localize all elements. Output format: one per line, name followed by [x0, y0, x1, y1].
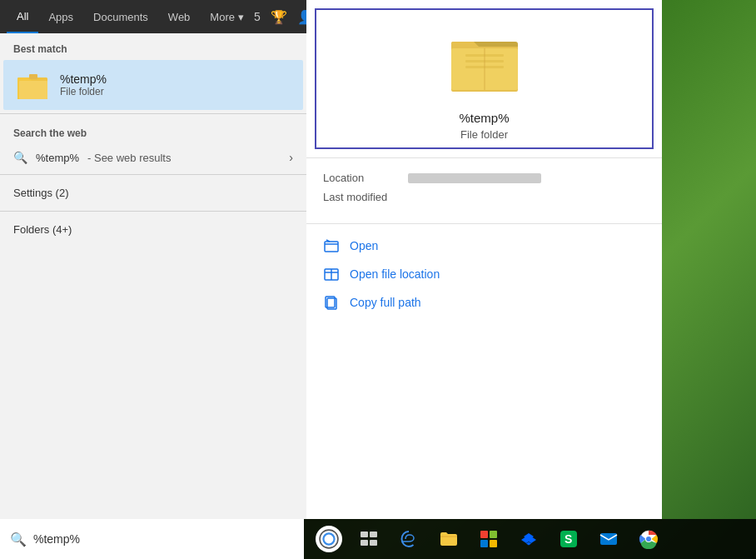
divider-2 [0, 174, 306, 175]
taskbar-search[interactable]: 🔍 [0, 519, 304, 559]
detail-info: Location Last modified [306, 158, 662, 224]
cortana-button[interactable] [311, 519, 347, 559]
best-match-item[interactable]: %temp% File folder [3, 60, 303, 110]
best-match-text: %temp% File folder [60, 72, 107, 97]
search-results-panel: All Apps Documents Web More ▾ 5 🏆 👤 ··· [0, 0, 306, 519]
folder-icon-large [447, 25, 522, 101]
tab-web[interactable]: Web [158, 0, 201, 33]
tab-more[interactable]: More ▾ [200, 0, 254, 33]
best-match-subtitle: File folder [60, 86, 107, 97]
edge-button[interactable] [390, 519, 427, 559]
chevron-down-icon: ▾ [238, 11, 244, 23]
detail-pane: %temp% File folder Location Last modifie… [306, 0, 662, 519]
copy-path-label: Copy full path [350, 296, 421, 309]
taskbar: 🔍 [0, 519, 756, 559]
open-icon [323, 237, 340, 254]
store-button[interactable] [470, 519, 507, 559]
svg-rect-22 [490, 531, 497, 538]
svg-rect-23 [480, 540, 488, 547]
copy-path-action[interactable]: Copy full path [323, 294, 645, 311]
settings-section: Settings (2) [0, 178, 306, 207]
search-tabs: All Apps Documents Web More ▾ 5 🏆 👤 ··· [0, 0, 306, 33]
last-modified-row: Last modified [323, 191, 645, 203]
taskbar-icons: S [311, 519, 667, 559]
mail-button[interactable] [590, 519, 627, 559]
open-label: Open [350, 239, 378, 252]
search-web-icon: 🔍 [13, 151, 27, 164]
web-search-left: 🔍 %temp% - See web results [13, 151, 171, 164]
web-search-item[interactable]: 🔍 %temp% - See web results › [0, 144, 306, 171]
divider-1 [0, 113, 306, 114]
dropbox-button[interactable] [510, 519, 547, 559]
folder-icon-small [17, 68, 50, 102]
copy-icon [323, 294, 340, 311]
svg-rect-19 [361, 540, 368, 546]
folders-section: Folders (4+) [0, 215, 306, 244]
cortana-icon [316, 526, 342, 552]
svg-rect-24 [490, 540, 497, 547]
count-badge: 5 [254, 10, 261, 23]
divider-3 [0, 211, 306, 212]
tab-apps[interactable]: Apps [38, 0, 83, 33]
start-panel: All Apps Documents Web More ▾ 5 🏆 👤 ··· [0, 0, 662, 519]
skype-button[interactable]: S [550, 519, 587, 559]
chevron-right-icon: › [289, 151, 293, 164]
detail-preview: %temp% File folder [306, 0, 662, 158]
svg-rect-21 [480, 531, 488, 538]
trophy-icon: 🏆 [271, 9, 287, 25]
taskbar-search-icon: 🔍 [10, 532, 27, 547]
svg-rect-2 [19, 81, 47, 99]
detail-actions: Open Open file location [306, 224, 662, 324]
location-icon [323, 266, 340, 282]
settings-header[interactable]: Settings (2) [0, 182, 306, 204]
chrome-button[interactable] [630, 519, 667, 559]
open-location-action[interactable]: Open file location [323, 266, 645, 282]
location-row: Location [323, 172, 645, 184]
last-modified-label: Last modified [323, 191, 398, 203]
svg-point-16 [323, 533, 334, 544]
best-match-title: %temp% [60, 72, 107, 86]
detail-type: File folder [460, 128, 508, 141]
best-match-label: Best match [0, 33, 306, 60]
open-action[interactable]: Open [323, 237, 645, 254]
svg-rect-3 [29, 74, 37, 79]
svg-point-31 [646, 537, 651, 542]
svg-rect-20 [370, 540, 377, 546]
web-suffix: - See web results [87, 152, 171, 164]
svg-rect-17 [361, 532, 368, 537]
location-label: Location [323, 172, 398, 184]
svg-text:S: S [565, 532, 572, 546]
taskbar-search-input[interactable] [33, 532, 283, 546]
svg-rect-18 [370, 532, 377, 537]
detail-name: %temp% [459, 111, 509, 125]
location-value [408, 173, 541, 183]
folders-header[interactable]: Folders (4+) [0, 218, 306, 241]
task-view-button[interactable] [351, 519, 387, 559]
tab-all[interactable]: All [7, 0, 38, 33]
file-explorer-button[interactable] [430, 519, 467, 559]
web-search-label: Search the web [0, 117, 306, 144]
web-query: %temp% [36, 152, 79, 164]
tab-documents[interactable]: Documents [83, 0, 158, 33]
open-location-label: Open file location [350, 267, 440, 281]
svg-rect-10 [325, 242, 338, 252]
svg-rect-27 [600, 533, 617, 545]
